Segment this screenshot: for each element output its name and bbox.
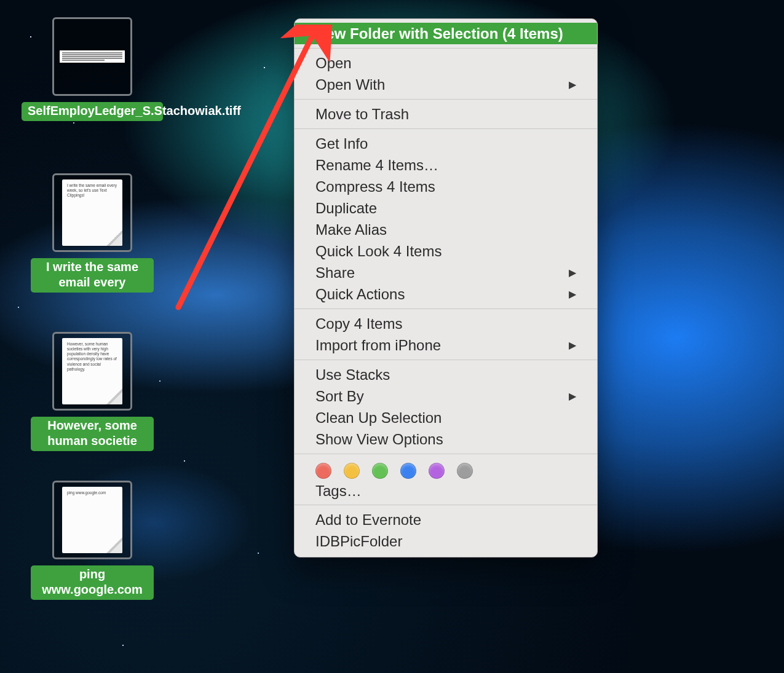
menu-item-quick-look[interactable]: Quick Look 4 Items <box>295 240 597 262</box>
menu-item-label: Sort By <box>315 388 364 405</box>
menu-separator <box>295 48 597 49</box>
svg-line-0 <box>178 36 312 307</box>
menu-item-sort-by[interactable]: Sort By ▶ <box>295 385 597 407</box>
menu-item-label: Open With <box>315 76 385 93</box>
menu-item-label: Compress 4 Items <box>315 178 435 195</box>
menu-separator <box>295 360 597 360</box>
menu-item-new-folder-with-selection[interactable]: New Folder with Selection (4 Items) <box>295 23 597 44</box>
chevron-right-icon: ▶ <box>569 339 576 351</box>
context-menu: New Folder with Selection (4 Items) Open… <box>294 18 598 557</box>
menu-item-label: Add to Evernote <box>315 511 421 529</box>
menu-item-label: Show View Options <box>315 431 443 448</box>
desktop-icon[interactable]: ping www.google.com ping www.google.com <box>31 481 154 600</box>
desktop-icon[interactable]: I write the same email every week, so le… <box>31 173 154 293</box>
tag-color-row <box>295 458 597 481</box>
textclipping-preview: However, some human societies with very … <box>62 338 122 404</box>
file-label[interactable]: ping www.google.com <box>31 565 154 600</box>
tag-color-yellow[interactable] <box>344 463 360 479</box>
menu-item-quick-actions[interactable]: Quick Actions ▶ <box>295 283 597 305</box>
menu-item-label: Quick Look 4 Items <box>315 243 441 260</box>
menu-item-label: New Folder with Selection (4 Items) <box>315 25 563 42</box>
tag-color-red[interactable] <box>315 463 331 479</box>
menu-item-label: Move to Trash <box>315 106 409 123</box>
menu-item-add-to-evernote[interactable]: Add to Evernote <box>295 509 597 530</box>
menu-item-label: Quick Actions <box>315 286 405 303</box>
menu-item-open-with[interactable]: Open With ▶ <box>295 74 597 95</box>
menu-item-label: Rename 4 Items… <box>315 157 438 174</box>
menu-item-label: Share <box>315 264 355 281</box>
chevron-right-icon: ▶ <box>569 79 576 90</box>
menu-item-open[interactable]: Open <box>295 52 597 74</box>
menu-item-share[interactable]: Share ▶ <box>295 262 597 283</box>
menu-item-compress[interactable]: Compress 4 Items <box>295 176 597 197</box>
menu-item-get-info[interactable]: Get Info <box>295 133 597 154</box>
textclipping-preview: I write the same email every week, so le… <box>62 179 122 246</box>
menu-item-label: Copy 4 Items <box>315 315 402 333</box>
menu-separator <box>295 128 597 129</box>
menu-item-label: Tags… <box>315 482 362 500</box>
chevron-right-icon: ▶ <box>569 267 576 278</box>
menu-separator <box>295 309 597 309</box>
menu-item-use-stacks[interactable]: Use Stacks <box>295 364 597 385</box>
file-label[interactable]: However, some human societie <box>31 417 154 451</box>
file-label[interactable]: SelfEmployLedger_S.Stachowiak.tiff <box>22 102 163 121</box>
menu-item-import-from-iphone[interactable]: Import from iPhone ▶ <box>295 334 597 356</box>
menu-item-label: Make Alias <box>315 221 387 238</box>
menu-item-label: Open <box>315 55 352 72</box>
menu-item-label: Duplicate <box>315 200 377 217</box>
menu-item-label: Use Stacks <box>315 366 390 384</box>
tag-color-gray[interactable] <box>457 463 473 479</box>
desktop-icon[interactable]: However, some human societies with very … <box>31 332 154 451</box>
menu-item-rename[interactable]: Rename 4 Items… <box>295 154 597 176</box>
menu-item-idbpicfolder[interactable]: IDBPicFolder <box>295 530 597 552</box>
chevron-right-icon: ▶ <box>569 288 576 300</box>
file-label[interactable]: I write the same email every <box>31 258 154 293</box>
menu-separator <box>295 454 597 454</box>
chevron-right-icon: ▶ <box>569 390 576 402</box>
menu-item-label: Import from iPhone <box>315 337 441 354</box>
tag-color-green[interactable] <box>372 463 388 479</box>
tiff-preview <box>59 50 125 63</box>
menu-item-copy[interactable]: Copy 4 Items <box>295 313 597 334</box>
menu-item-duplicate[interactable]: Duplicate <box>295 197 597 219</box>
file-thumbnail <box>52 17 132 96</box>
file-thumbnail: However, some human societies with very … <box>52 332 132 411</box>
tag-color-blue[interactable] <box>400 463 416 479</box>
tag-color-purple[interactable] <box>429 463 445 479</box>
desktop-icon[interactable]: SelfEmployLedger_S.Stachowiak.tiff <box>31 17 154 121</box>
file-thumbnail: I write the same email every week, so le… <box>52 173 132 252</box>
menu-item-clean-up-selection[interactable]: Clean Up Selection <box>295 407 597 428</box>
menu-separator <box>295 99 597 100</box>
textclipping-preview: ping www.google.com <box>62 487 122 553</box>
menu-item-make-alias[interactable]: Make Alias <box>295 219 597 240</box>
menu-item-label: Clean Up Selection <box>315 409 441 427</box>
menu-item-show-view-options[interactable]: Show View Options <box>295 428 597 450</box>
menu-item-label: IDBPicFolder <box>315 533 402 550</box>
menu-separator <box>295 505 597 505</box>
menu-item-move-to-trash[interactable]: Move to Trash <box>295 103 597 125</box>
file-thumbnail: ping www.google.com <box>52 481 132 559</box>
menu-item-label: Get Info <box>315 135 368 152</box>
menu-item-tags[interactable]: Tags… <box>295 481 597 501</box>
